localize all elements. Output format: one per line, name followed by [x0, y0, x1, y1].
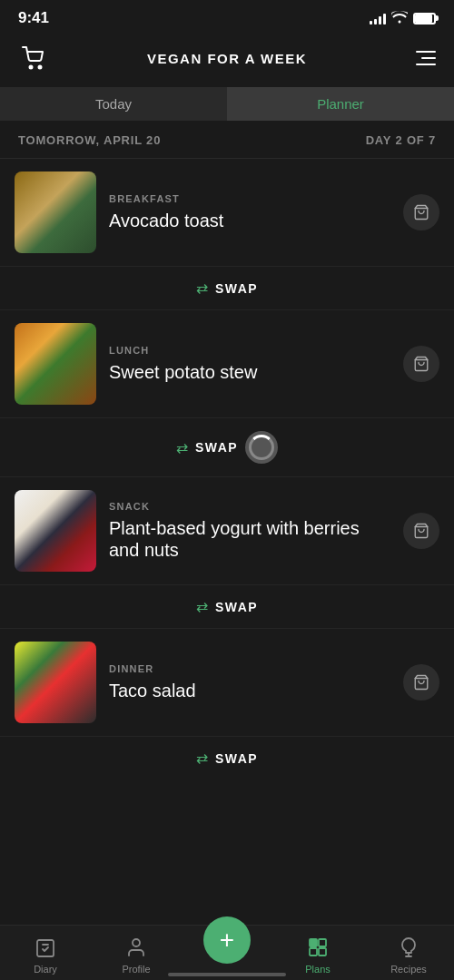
nav-plans[interactable]: Plans [272, 935, 363, 975]
nav-profile[interactable]: Profile [91, 935, 182, 975]
svg-point-1 [39, 66, 42, 69]
lunch-cart-button[interactable] [403, 346, 439, 382]
diary-icon [33, 935, 58, 960]
nav-recipes[interactable]: Recipes [363, 935, 454, 975]
home-indicator [168, 973, 286, 976]
plans-icon [305, 935, 331, 960]
snack-image [15, 490, 96, 572]
svg-rect-9 [310, 939, 317, 946]
tab-planner[interactable]: Planner [227, 87, 454, 121]
dinner-image [15, 642, 96, 723]
date-label: TOMORROW, APRIL 20 [18, 133, 161, 147]
add-button[interactable]: + [203, 916, 251, 964]
lunch-section: LUNCH Sweet potato stew [0, 310, 454, 417]
swap-label-1: SWAP [215, 281, 258, 296]
menu-button[interactable] [403, 42, 436, 74]
swap-label-2: SWAP [195, 440, 238, 455]
svg-rect-11 [310, 948, 317, 956]
swap-breakfast-button[interactable]: ⇄ SWAP [0, 266, 454, 310]
lunch-card[interactable]: LUNCH Sweet potato stew [0, 310, 454, 417]
dinner-info: DINNER Taco salad [109, 663, 390, 701]
dinner-type-label: DINNER [109, 663, 390, 674]
svg-rect-12 [319, 948, 326, 956]
diary-label: Diary [34, 964, 57, 975]
recipes-label: Recipes [390, 964, 427, 975]
swap-dinner-button[interactable]: ⇄ SWAP [0, 736, 454, 770]
swap-spinner [245, 431, 278, 464]
swap-icon-2: ⇄ [176, 439, 188, 456]
add-icon: + [220, 927, 234, 953]
dinner-card[interactable]: DINNER Taco salad [0, 629, 454, 736]
battery-icon [413, 13, 436, 24]
date-header: TOMORROW, APRIL 20 DAY 2 OF 7 [0, 121, 454, 159]
snack-cart-button[interactable] [403, 513, 439, 549]
swap-icon-4: ⇄ [196, 750, 208, 767]
main-content: TOMORROW, APRIL 20 DAY 2 OF 7 BREAKFAST … [0, 121, 454, 852]
cart-button[interactable] [18, 42, 51, 74]
svg-point-8 [133, 939, 140, 946]
bottom-navigation: Diary Profile + Plans [0, 925, 454, 980]
snack-section: SNACK Plant-based yogurt with berries an… [0, 477, 454, 584]
nav-add[interactable]: + [182, 929, 272, 964]
plans-label: Plans [305, 964, 331, 975]
breakfast-section: BREAKFAST Avocado toast [0, 159, 454, 266]
svg-point-0 [30, 66, 33, 69]
breakfast-name: Avocado toast [109, 210, 390, 231]
breakfast-image [15, 172, 96, 253]
status-bar: 9:41 [0, 0, 454, 33]
swap-icon-3: ⇄ [196, 598, 208, 615]
swap-snack-button[interactable]: ⇄ SWAP [0, 584, 454, 629]
app-header: VEGAN FOR A WEEK [0, 33, 454, 87]
lunch-type-label: LUNCH [109, 345, 390, 356]
swap-label-3: SWAP [215, 600, 258, 614]
snack-card[interactable]: SNACK Plant-based yogurt with berries an… [0, 477, 454, 584]
dinner-name: Taco salad [109, 680, 390, 701]
dinner-cart-button[interactable] [403, 664, 439, 701]
breakfast-info: BREAKFAST Avocado toast [109, 193, 390, 231]
snack-info: SNACK Plant-based yogurt with berries an… [109, 501, 390, 561]
status-time: 9:41 [18, 9, 49, 27]
svg-rect-6 [37, 940, 54, 956]
recipes-icon [396, 935, 421, 960]
app-title: VEGAN FOR A WEEK [147, 51, 307, 66]
lunch-image [15, 323, 96, 405]
status-icons [370, 11, 436, 26]
breakfast-cart-button[interactable] [403, 194, 439, 230]
snack-type-label: SNACK [109, 501, 390, 512]
snack-name: Plant-based yogurt with berries and nuts [109, 517, 390, 561]
lunch-info: LUNCH Sweet potato stew [109, 345, 390, 383]
swap-label-4: SWAP [215, 751, 258, 766]
svg-rect-10 [319, 939, 326, 946]
breakfast-type-label: BREAKFAST [109, 193, 390, 204]
profile-label: Profile [122, 964, 150, 975]
tab-bar: Today Planner [0, 87, 454, 121]
signal-icon [370, 12, 386, 24]
swap-icon-1: ⇄ [196, 279, 208, 297]
dinner-section: DINNER Taco salad [0, 629, 454, 736]
tab-today[interactable]: Today [0, 87, 227, 121]
swap-lunch-button[interactable]: ⇄ SWAP [0, 417, 454, 477]
wifi-icon [391, 11, 408, 26]
lunch-name: Sweet potato stew [109, 361, 390, 383]
breakfast-card[interactable]: BREAKFAST Avocado toast [0, 159, 454, 266]
day-count: DAY 2 OF 7 [366, 133, 436, 147]
nav-diary[interactable]: Diary [0, 935, 91, 975]
profile-icon [123, 935, 149, 960]
